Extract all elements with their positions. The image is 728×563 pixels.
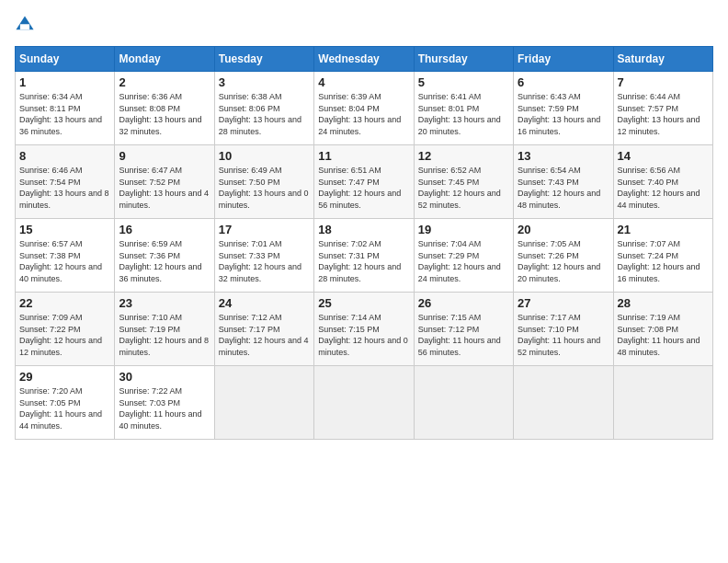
day-number: 19 xyxy=(418,223,509,236)
calendar-cell: 25 Sunrise: 7:14 AMSunset: 7:15 PMDaylig… xyxy=(314,293,414,366)
calendar-cell: 15 Sunrise: 6:57 AMSunset: 7:38 PMDaylig… xyxy=(16,219,115,293)
day-info: Sunrise: 7:02 AMSunset: 7:31 PMDaylight:… xyxy=(318,239,401,283)
day-info: Sunrise: 6:36 AMSunset: 8:08 PMDaylight:… xyxy=(119,92,201,136)
day-info: Sunrise: 7:04 AMSunset: 7:29 PMDaylight:… xyxy=(418,239,501,283)
calendar-cell: 19 Sunrise: 7:04 AMSunset: 7:29 PMDaylig… xyxy=(414,219,513,293)
day-number: 21 xyxy=(618,223,709,236)
page-header xyxy=(15,15,713,35)
calendar-cell xyxy=(514,366,613,440)
day-number: 25 xyxy=(318,296,409,310)
day-number: 29 xyxy=(19,370,110,384)
calendar-cell: 30 Sunrise: 7:22 AMSunset: 7:03 PMDaylig… xyxy=(115,366,214,440)
day-number: 15 xyxy=(19,223,110,236)
day-number: 7 xyxy=(618,75,709,89)
calendar-cell: 27 Sunrise: 7:17 AMSunset: 7:10 PMDaylig… xyxy=(514,293,613,366)
day-info: Sunrise: 6:38 AMSunset: 8:06 PMDaylight:… xyxy=(219,92,301,136)
calendar-week-row: 1 Sunrise: 6:34 AMSunset: 8:11 PMDayligh… xyxy=(16,72,713,145)
day-number: 24 xyxy=(219,296,310,310)
day-info: Sunrise: 7:15 AMSunset: 7:12 PMDaylight:… xyxy=(418,313,501,357)
day-info: Sunrise: 6:46 AMSunset: 7:54 PMDaylight:… xyxy=(19,166,109,210)
calendar-cell: 21 Sunrise: 7:07 AMSunset: 7:24 PMDaylig… xyxy=(613,219,712,293)
calendar-cell: 17 Sunrise: 7:01 AMSunset: 7:33 PMDaylig… xyxy=(214,219,313,293)
calendar-cell: 2 Sunrise: 6:36 AMSunset: 8:08 PMDayligh… xyxy=(115,72,214,145)
day-number: 6 xyxy=(518,75,609,89)
calendar-cell: 7 Sunrise: 6:44 AMSunset: 7:57 PMDayligh… xyxy=(613,72,712,145)
day-number: 10 xyxy=(219,149,310,163)
day-number: 5 xyxy=(418,75,509,89)
day-number: 26 xyxy=(418,296,509,310)
calendar-table: SundayMondayTuesdayWednesdayThursdayFrid… xyxy=(15,46,713,440)
calendar-cell: 3 Sunrise: 6:38 AMSunset: 8:06 PMDayligh… xyxy=(214,72,313,145)
day-number: 9 xyxy=(119,149,210,163)
calendar-cell: 6 Sunrise: 6:43 AMSunset: 7:59 PMDayligh… xyxy=(514,72,613,145)
calendar-cell: 14 Sunrise: 6:56 AMSunset: 7:40 PMDaylig… xyxy=(613,145,712,219)
calendar-cell xyxy=(414,366,513,440)
day-number: 8 xyxy=(19,149,110,163)
calendar-cell: 29 Sunrise: 7:20 AMSunset: 7:05 PMDaylig… xyxy=(16,366,115,440)
calendar-cell: 23 Sunrise: 7:10 AMSunset: 7:19 PMDaylig… xyxy=(115,293,214,366)
calendar-week-row: 8 Sunrise: 6:46 AMSunset: 7:54 PMDayligh… xyxy=(16,145,713,219)
day-info: Sunrise: 6:51 AMSunset: 7:47 PMDaylight:… xyxy=(318,166,401,210)
calendar-body: 1 Sunrise: 6:34 AMSunset: 8:11 PMDayligh… xyxy=(16,72,713,440)
day-number: 22 xyxy=(19,296,110,310)
calendar-week-row: 29 Sunrise: 7:20 AMSunset: 7:05 PMDaylig… xyxy=(16,366,713,440)
day-info: Sunrise: 6:44 AMSunset: 7:57 PMDaylight:… xyxy=(618,92,700,136)
header-day-monday: Monday xyxy=(115,47,214,72)
calendar-cell: 1 Sunrise: 6:34 AMSunset: 8:11 PMDayligh… xyxy=(16,72,115,145)
day-info: Sunrise: 7:22 AMSunset: 7:03 PMDaylight:… xyxy=(119,386,201,431)
calendar-cell xyxy=(314,366,414,440)
day-info: Sunrise: 6:41 AMSunset: 8:01 PMDaylight:… xyxy=(418,92,501,136)
day-number: 12 xyxy=(418,149,509,163)
day-number: 4 xyxy=(318,75,409,89)
calendar-header-row: SundayMondayTuesdayWednesdayThursdayFrid… xyxy=(16,47,713,72)
calendar-cell: 8 Sunrise: 6:46 AMSunset: 7:54 PMDayligh… xyxy=(16,145,115,219)
day-number: 18 xyxy=(318,223,409,236)
day-number: 27 xyxy=(518,296,609,310)
day-info: Sunrise: 7:09 AMSunset: 7:22 PMDaylight:… xyxy=(19,313,102,357)
day-info: Sunrise: 6:57 AMSunset: 7:38 PMDaylight:… xyxy=(19,239,102,283)
calendar-cell: 28 Sunrise: 7:19 AMSunset: 7:08 PMDaylig… xyxy=(613,293,712,366)
header-day-sunday: Sunday xyxy=(16,47,115,72)
calendar-week-row: 15 Sunrise: 6:57 AMSunset: 7:38 PMDaylig… xyxy=(16,219,713,293)
day-info: Sunrise: 7:05 AMSunset: 7:26 PMDaylight:… xyxy=(518,239,600,283)
day-info: Sunrise: 6:43 AMSunset: 7:59 PMDaylight:… xyxy=(518,92,600,136)
day-number: 23 xyxy=(119,296,210,310)
header-day-tuesday: Tuesday xyxy=(214,47,313,72)
svg-rect-1 xyxy=(20,24,29,29)
day-info: Sunrise: 6:52 AMSunset: 7:45 PMDaylight:… xyxy=(418,166,501,210)
day-number: 16 xyxy=(119,223,210,236)
calendar-week-row: 22 Sunrise: 7:09 AMSunset: 7:22 PMDaylig… xyxy=(16,293,713,366)
day-number: 3 xyxy=(219,75,310,89)
day-number: 1 xyxy=(19,75,110,89)
calendar-cell: 11 Sunrise: 6:51 AMSunset: 7:47 PMDaylig… xyxy=(314,145,414,219)
day-info: Sunrise: 6:39 AMSunset: 8:04 PMDaylight:… xyxy=(318,92,401,136)
calendar-cell: 26 Sunrise: 7:15 AMSunset: 7:12 PMDaylig… xyxy=(414,293,513,366)
day-number: 20 xyxy=(518,223,609,236)
day-number: 28 xyxy=(618,296,709,310)
calendar-cell: 12 Sunrise: 6:52 AMSunset: 7:45 PMDaylig… xyxy=(414,145,513,219)
day-number: 17 xyxy=(219,223,310,236)
calendar-cell xyxy=(214,366,313,440)
day-info: Sunrise: 7:12 AMSunset: 7:17 PMDaylight:… xyxy=(219,313,309,357)
header-day-saturday: Saturday xyxy=(613,47,712,72)
calendar-cell: 5 Sunrise: 6:41 AMSunset: 8:01 PMDayligh… xyxy=(414,72,513,145)
logo xyxy=(15,15,39,35)
calendar-cell: 10 Sunrise: 6:49 AMSunset: 7:50 PMDaylig… xyxy=(214,145,313,219)
day-info: Sunrise: 6:34 AMSunset: 8:11 PMDaylight:… xyxy=(19,92,102,136)
day-info: Sunrise: 6:59 AMSunset: 7:36 PMDaylight:… xyxy=(119,239,201,283)
calendar-cell: 22 Sunrise: 7:09 AMSunset: 7:22 PMDaylig… xyxy=(16,293,115,366)
day-info: Sunrise: 7:10 AMSunset: 7:19 PMDaylight:… xyxy=(119,313,209,357)
calendar-cell: 9 Sunrise: 6:47 AMSunset: 7:52 PMDayligh… xyxy=(115,145,214,219)
header-day-wednesday: Wednesday xyxy=(314,47,414,72)
calendar-cell: 24 Sunrise: 7:12 AMSunset: 7:17 PMDaylig… xyxy=(214,293,313,366)
logo-icon xyxy=(15,15,35,35)
day-number: 2 xyxy=(119,75,210,89)
day-number: 13 xyxy=(518,149,609,163)
day-info: Sunrise: 7:01 AMSunset: 7:33 PMDaylight:… xyxy=(219,239,301,283)
day-info: Sunrise: 6:49 AMSunset: 7:50 PMDaylight:… xyxy=(219,166,309,210)
day-number: 11 xyxy=(318,149,409,163)
day-info: Sunrise: 7:14 AMSunset: 7:15 PMDaylight:… xyxy=(318,313,408,357)
day-info: Sunrise: 7:19 AMSunset: 7:08 PMDaylight:… xyxy=(618,313,700,357)
calendar-cell: 18 Sunrise: 7:02 AMSunset: 7:31 PMDaylig… xyxy=(314,219,414,293)
header-day-thursday: Thursday xyxy=(414,47,513,72)
